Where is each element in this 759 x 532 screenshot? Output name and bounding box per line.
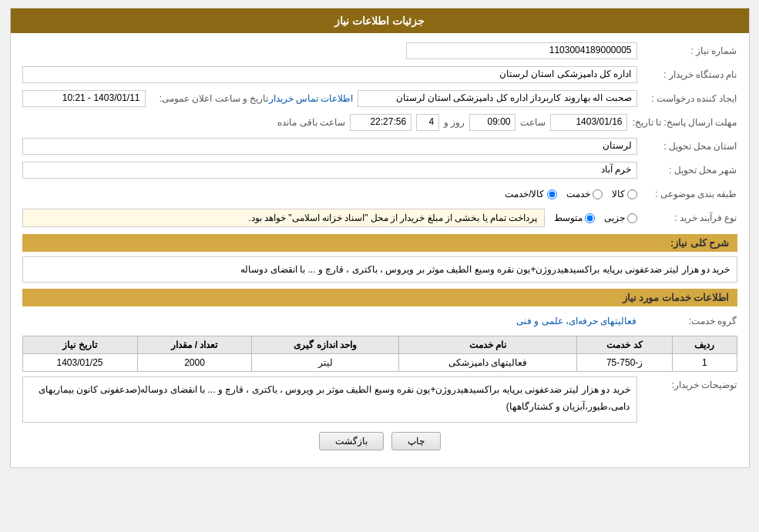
page-header: جزئیات اطلاعات نیاز bbox=[11, 8, 749, 33]
ettelaat-tamas-link[interactable]: اطلاعات تماس خریدار bbox=[269, 93, 354, 104]
rooz-value: 4 bbox=[416, 114, 439, 131]
noee-farayand-label: نوع فرآیند خرید : bbox=[637, 212, 737, 223]
nam-dastgah-value: اداره کل دامپزشکی استان لرستان bbox=[22, 66, 637, 83]
ijad-konande-label: ایجاد کننده درخواست : bbox=[637, 93, 737, 104]
col-kod: کد خدمت bbox=[576, 336, 672, 354]
group-khedmat-link[interactable]: فعالیتهای حرفه‌ای، علمی و فنی bbox=[516, 316, 636, 326]
col-tarikh: تاریخ نیاز bbox=[22, 336, 137, 354]
radio-jozii[interactable]: جزیی bbox=[604, 212, 637, 223]
cell-radif: 1 bbox=[673, 354, 737, 372]
tosihaat-text: خرید دو هزار لیتر ضدعفونی برپایه براکسید… bbox=[22, 376, 637, 423]
rooz-label: روز و bbox=[444, 117, 465, 128]
radio-kala-khedmat[interactable]: کالا/خدمت bbox=[505, 189, 556, 199]
ostan-tahvil-value: لرستان bbox=[22, 138, 637, 155]
cell-tedad: 2000 bbox=[137, 354, 252, 372]
mohlat-label: مهلت ارسال پاسخ: تا تاریخ: bbox=[627, 117, 737, 128]
col-name: نام خدمت bbox=[399, 336, 577, 354]
print-button[interactable]: چاپ bbox=[391, 432, 441, 450]
back-button[interactable]: بازگشت bbox=[319, 432, 384, 450]
sharh-text: خرید دو هزار لیتر ضدعفونی برپایه براکسید… bbox=[22, 256, 737, 283]
date-value: 1403/01/16 bbox=[550, 114, 627, 131]
notice-text: پرداخت تمام یا بخشی از مبلغ خریدار از مح… bbox=[22, 209, 545, 227]
cell-tarikh: 1403/01/25 bbox=[22, 354, 137, 372]
tarikh-elam-value: 1403/01/11 - 10:21 bbox=[22, 90, 146, 107]
radio-khedmat[interactable]: خدمت bbox=[566, 189, 603, 199]
saat-label: ساعت bbox=[520, 117, 546, 128]
group-khedmat-label: گروه خدمت: bbox=[637, 316, 737, 326]
table-row: 1 ز-750-75 فعالیتهای دامپزشکی لیتر 2000 … bbox=[22, 354, 737, 372]
cell-name: فعالیتهای دامپزشکی bbox=[399, 354, 577, 372]
buttons-row: چاپ بازگشت bbox=[22, 432, 737, 450]
baqi-value: 22:27:56 bbox=[350, 114, 411, 131]
shahr-tahvil-label: شهر محل تحویل : bbox=[637, 165, 737, 176]
tosihaat-label: توضیحات خریدار: bbox=[637, 376, 737, 390]
tabaqe-radio-group: کالا خدمت کالا/خدمت bbox=[22, 189, 637, 199]
saat-value: 09:00 bbox=[469, 114, 516, 131]
tarikh-elam-label: تاریخ و ساعت اعلان عمومی: bbox=[146, 93, 269, 104]
services-table-container: ردیف کد خدمت نام خدمت واحد اندازه گیری ت… bbox=[22, 336, 737, 372]
ostan-tahvil-label: استان محل تحویل : bbox=[637, 141, 737, 152]
baqi-label: ساعت باقی مانده bbox=[277, 117, 345, 128]
ijad-konande-value: صحبت اله بهاروند کاربرداز اداره کل دامپز… bbox=[358, 90, 636, 107]
services-table: ردیف کد خدمت نام خدمت واحد اندازه گیری ت… bbox=[22, 336, 737, 372]
section-sharh-title: شرح کلی نیاز: bbox=[22, 234, 737, 252]
page-title: جزئیات اطلاعات نیاز bbox=[334, 15, 425, 27]
shomara-niaz-label: شماره نیاز : bbox=[637, 45, 737, 56]
shomara-niaz-value: 1103004189000005 bbox=[406, 42, 637, 59]
nam-dastgah-label: نام دستگاه خریدار : bbox=[637, 69, 737, 80]
cell-vahed: لیتر bbox=[252, 354, 399, 372]
radio-motovaset[interactable]: متوسط bbox=[554, 212, 595, 223]
col-vahed: واحد اندازه گیری bbox=[252, 336, 399, 354]
cell-kod: ز-750-75 bbox=[576, 354, 672, 372]
radio-kala[interactable]: کالا bbox=[612, 189, 637, 199]
tabaqe-label: طبقه بندی موضوعی : bbox=[637, 189, 737, 199]
section-khadamat-title: اطلاعات خدمات مورد نیاز bbox=[22, 289, 737, 306]
col-tedad: تعداد / مقدار bbox=[137, 336, 252, 354]
shahr-tahvil-value: خرم آباد bbox=[22, 162, 637, 179]
col-radif: ردیف bbox=[673, 336, 737, 354]
